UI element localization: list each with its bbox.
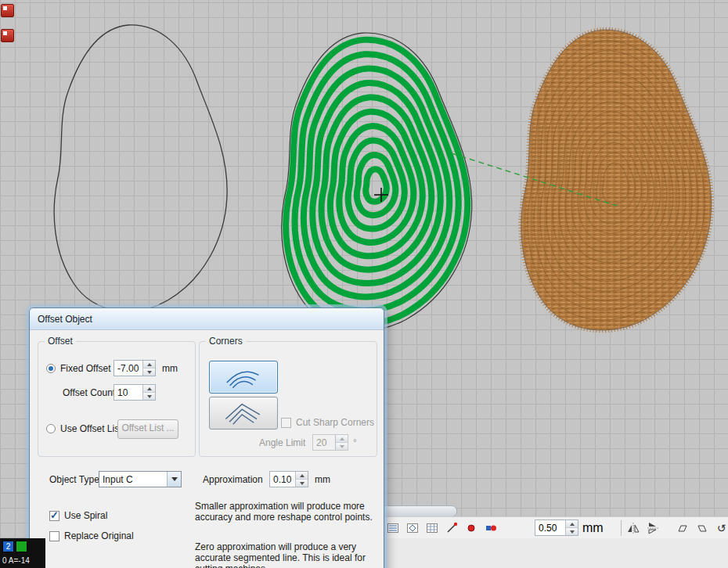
palette-swatch-green[interactable] (16, 541, 27, 552)
angle-limit-value: 20 (313, 435, 335, 450)
approximation-label: Approximation (203, 474, 263, 485)
corners-group: Corners Cu (199, 341, 377, 457)
checkbox-icon[interactable] (49, 511, 59, 521)
radio-icon[interactable] (46, 364, 56, 373)
spin-down-icon[interactable] (143, 393, 155, 400)
outline-width-value[interactable]: 0.50 (535, 520, 565, 535)
spin-up-icon[interactable] (566, 520, 578, 528)
offset-count-value[interactable]: 10 (114, 385, 142, 400)
outline-width-unit: mm (582, 521, 604, 535)
dialog-titlebar[interactable]: Offset Object (30, 308, 384, 330)
window-bottom-area (380, 538, 728, 568)
skew-vertical-icon[interactable] (694, 520, 710, 536)
fixed-offset-spinbox[interactable]: -7.00 (114, 360, 156, 376)
object-type-dropdown[interactable]: Input C (99, 471, 182, 487)
use-spiral-label: Use Spiral (64, 510, 107, 521)
cut-sharp-corners-label: Cut Sharp Corners (296, 417, 374, 428)
object-type-label: Object Type (49, 474, 99, 485)
radio-icon[interactable] (46, 424, 56, 433)
mirror-vertical-icon[interactable] (645, 520, 661, 536)
corner-style-sharp-button[interactable] (209, 397, 278, 430)
use-spiral-checkbox[interactable]: Use Spiral (49, 510, 107, 521)
application-window: { "colors": { "canvas_bg": "#c5c5c5", "g… (0, 0, 728, 568)
stitch-angle-icon[interactable] (444, 520, 460, 536)
angle-limit-unit: ° (353, 437, 357, 448)
zero-approximation-help-text: Zero approximation will produce a very a… (195, 541, 373, 568)
approximation-value[interactable]: 0.10 (270, 472, 295, 487)
bottom-toolbar: 0.50 mm ↺ ↻ (380, 516, 728, 538)
outline-shape[interactable] (54, 25, 227, 311)
replace-original-label: Replace Original (64, 530, 134, 541)
dialog-body: Offset Fixed Offset -7.00 mm Offset Coun… (30, 330, 384, 568)
cut-sharp-corners-checkbox[interactable]: Cut Sharp Corners (281, 417, 374, 428)
spin-down-icon[interactable] (566, 528, 578, 535)
mirror-horizontal-icon[interactable] (625, 520, 641, 536)
fixed-offset-label: Fixed Offset (60, 363, 110, 374)
spin-down-icon (336, 443, 348, 450)
spin-up-icon[interactable] (143, 385, 155, 393)
spin-up-icon[interactable] (143, 361, 155, 368)
checkbox-icon[interactable] (49, 531, 59, 541)
spin-down-icon[interactable] (296, 480, 308, 487)
pattern-fill-icon[interactable] (385, 520, 401, 536)
approximation-spinbox[interactable]: 0.10 (269, 471, 308, 487)
dialog-title: Offset Object (30, 314, 92, 325)
offset-group-label: Offset (45, 336, 76, 347)
color-node-icon[interactable] (483, 520, 499, 536)
spin-up-icon[interactable] (296, 472, 308, 480)
corner-style-round-button[interactable] (209, 361, 278, 394)
outline-width-spinbox[interactable]: 0.50 (535, 519, 578, 536)
fixed-offset-radio[interactable]: Fixed Offset (46, 363, 110, 374)
horizontal-scrollbar[interactable] (380, 505, 457, 517)
green-offset-rings (286, 40, 467, 324)
offset-count-spinbox[interactable]: 10 (114, 384, 156, 401)
approximation-help-text: Smaller approximation will produce more … (195, 501, 373, 523)
left-toolbar-icon[interactable] (1, 4, 14, 17)
angle-limit-label: Angle Limit (259, 437, 305, 448)
stitched-shape[interactable] (521, 30, 712, 330)
motif-fill-icon[interactable] (405, 520, 420, 536)
use-offset-list-radio[interactable]: Use Offset List (46, 423, 121, 434)
offset-object-dialog: Offset Object Offset Fixed Offset -7.00 … (29, 307, 384, 568)
checkbox-icon[interactable] (281, 418, 291, 428)
corners-group-label: Corners (206, 336, 246, 347)
spin-up-icon (336, 435, 348, 443)
fixed-offset-value[interactable]: -7.00 (114, 361, 142, 376)
palette-swatch-selected[interactable]: 2 (2, 541, 14, 552)
toolbar-separator (621, 520, 622, 536)
replace-original-checkbox[interactable]: Replace Original (49, 530, 134, 541)
left-toolbar-icon[interactable] (1, 29, 14, 42)
color-palette: 2 (2, 541, 27, 552)
sharp-corner-icon (213, 400, 274, 426)
skew-horizontal-icon[interactable] (675, 520, 690, 536)
offset-group: Offset Fixed Offset -7.00 mm Offset Coun… (38, 341, 196, 457)
entry-point-icon[interactable] (463, 520, 479, 536)
status-text: 0 A=-14 (2, 556, 30, 565)
offset-count-label: Offset Count (63, 387, 115, 398)
grid-icon[interactable] (424, 520, 440, 536)
object-type-value: Input C (99, 472, 167, 487)
approximation-unit: mm (315, 474, 330, 485)
fixed-offset-unit: mm (162, 363, 178, 374)
chevron-down-icon[interactable] (167, 472, 181, 487)
spin-down-icon[interactable] (143, 368, 155, 376)
status-bar: 2 0 A=-14 (0, 538, 45, 568)
angle-limit-spinbox: 20 (312, 434, 348, 451)
offset-result-shape[interactable] (282, 33, 472, 330)
offset-list-button[interactable]: Offset List ... (117, 419, 178, 439)
round-corner-icon (213, 364, 274, 390)
use-offset-list-label: Use Offset List (60, 423, 121, 434)
rotate-left-icon[interactable]: ↺ (714, 520, 728, 536)
